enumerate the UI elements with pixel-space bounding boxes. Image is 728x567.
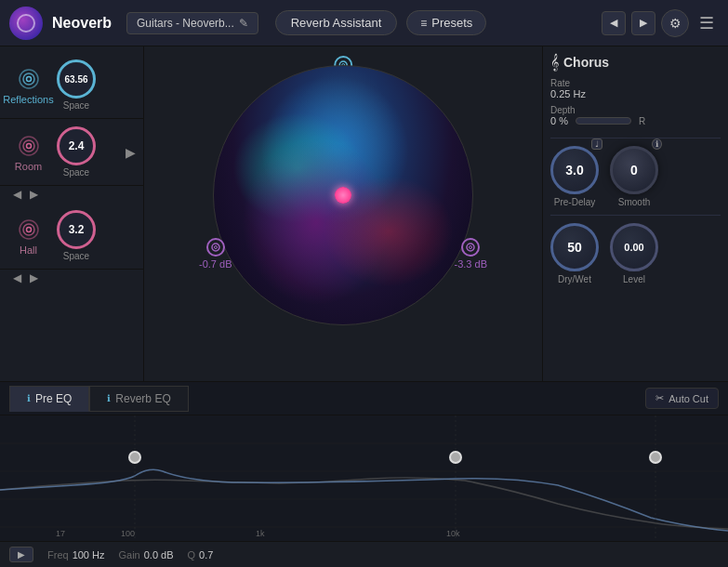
pre-delay-smooth-section: ♩ 3.0 Pre-Delay ℹ 0 Smooth (550, 146, 721, 207)
dry-wet-knob-item: 50 Dry/Wet (550, 223, 599, 284)
eq-graph[interactable]: 17 100 1k 10k (0, 415, 728, 541)
right-handle-icon (461, 238, 480, 257)
smooth-knob-wrapper: ℹ 0 (610, 146, 658, 194)
right-panel: 𝄞 Chorus Rate 0.25 Hz Depth 0 % R ♩ (542, 46, 728, 381)
reflections-row: Reflections 63.56 Space (0, 52, 143, 119)
reflections-label: Reflections (3, 94, 53, 105)
divider1 (550, 138, 721, 138)
presets-button[interactable]: ≡ Presets (406, 10, 486, 35)
left-panel: Reflections 63.56 Space Room (0, 46, 144, 381)
q-param: Q 0.7 (188, 549, 214, 560)
hall-next-icon[interactable]: ▶ (30, 271, 38, 284)
sphere-handle-left[interactable]: -0.7 dB (199, 238, 232, 270)
room-label: Room (15, 161, 42, 172)
rate-param: Rate 0.25 Hz (550, 78, 721, 99)
room-prev-icon[interactable]: ◀ (13, 188, 21, 201)
settings-button[interactable]: ⚙ (661, 9, 689, 37)
eq-handle-low[interactable] (128, 451, 141, 464)
depth-slider[interactable] (576, 117, 631, 125)
header-right: ◀ ▶ ⚙ ☰ (602, 9, 719, 37)
room-knob[interactable]: 2.4 (57, 126, 96, 165)
center-panel: -12.9 dB -0.7 dB (144, 46, 542, 381)
room-next-icon[interactable]: ▶ (30, 188, 38, 201)
level-knob-item: 0.00 Level (610, 223, 658, 284)
rate-label: Rate (550, 78, 721, 88)
svg-point-1 (23, 73, 34, 85)
reverb-assistant-button[interactable]: Reverb Assistant (275, 10, 398, 35)
play-icon: ▶ (18, 549, 25, 560)
app-logo (9, 7, 43, 40)
level-knob[interactable]: 0.00 (610, 223, 658, 271)
reflections-icon (14, 66, 44, 92)
svg-point-7 (23, 224, 34, 235)
preset-selector[interactable]: Guitars - Neoverb... ✎ (126, 12, 258, 34)
reflections-knob[interactable]: 63.56 (57, 59, 96, 99)
menu-button[interactable]: ☰ (695, 11, 719, 35)
divider2 (550, 215, 721, 216)
svg-point-3 (20, 137, 38, 155)
pre-delay-label: Pre-Delay (554, 197, 595, 207)
room-space-label: Space (63, 167, 89, 178)
svg-point-13 (467, 244, 474, 251)
room-nav: ◀ ▶ (0, 186, 143, 203)
dry-wet-label: Dry/Wet (558, 274, 591, 284)
dry-wet-knob[interactable]: 50 (550, 223, 599, 271)
eq-play-button[interactable]: ▶ (9, 547, 33, 562)
gain-param: Gain 0.0 dB (118, 549, 173, 560)
room-expand-icon[interactable]: ▶ (126, 145, 136, 160)
eq-tabs: ℹ Pre EQ ℹ Reverb EQ ✂ Auto Cut (0, 382, 728, 415)
room-knob-wrap: 2.4 Space (57, 126, 96, 178)
svg-text:100: 100 (121, 529, 135, 538)
svg-text:10k: 10k (446, 529, 460, 538)
left-handle-icon (206, 238, 225, 257)
tab-pre-eq[interactable]: ℹ Pre EQ (9, 386, 89, 412)
sphere-handle-right[interactable]: -3.3 dB (455, 238, 487, 270)
svg-point-0 (20, 70, 38, 88)
hall-label: Hall (20, 244, 37, 256)
app-name: Neoverb (52, 15, 112, 32)
reverb-eq-info-icon: ℹ (107, 393, 111, 403)
eq-handle-high[interactable] (649, 451, 662, 464)
svg-text:17: 17 (56, 529, 65, 538)
smooth-knob-item: ℹ 0 Smooth (610, 146, 658, 207)
hall-row: Hall 3.2 Space (0, 203, 143, 270)
room-icon (14, 133, 44, 159)
smooth-label: Smooth (618, 197, 650, 207)
svg-point-14 (470, 246, 472, 249)
svg-point-2 (26, 76, 31, 81)
pencil-icon: ✎ (239, 17, 248, 30)
hall-prev-icon[interactable]: ◀ (13, 271, 21, 284)
auto-cut-button[interactable]: ✂ Auto Cut (645, 388, 719, 409)
svg-point-11 (212, 244, 219, 251)
chorus-header: 𝄞 Chorus (550, 54, 721, 71)
header: Neoverb Guitars - Neoverb... ✎ Reverb As… (0, 0, 728, 46)
chorus-icon: 𝄞 (550, 54, 559, 71)
main-area: Reflections 63.56 Space Room (0, 46, 728, 381)
right-arrow-icon: ▶ (640, 17, 647, 29)
depth-value: 0 % (550, 115, 568, 126)
next-button[interactable]: ▶ (631, 11, 655, 35)
presets-icon: ≡ (420, 17, 427, 30)
logo-inner (17, 14, 35, 33)
tab-reverb-eq[interactable]: ℹ Reverb EQ (89, 386, 188, 412)
pre-delay-knob[interactable]: 3.0 (550, 146, 599, 194)
reverb-sphere[interactable] (213, 65, 473, 325)
freq-value: 100 Hz (73, 549, 105, 560)
freq-label: Freq (47, 549, 69, 560)
center-dot (335, 187, 351, 204)
depth-label: Depth (550, 105, 721, 115)
menu-icon: ☰ (699, 13, 714, 33)
hall-knob[interactable]: 3.2 (57, 210, 96, 249)
prev-button[interactable]: ◀ (602, 11, 626, 35)
eq-handle-mid[interactable] (449, 451, 462, 464)
level-label: Level (623, 274, 645, 284)
smooth-knob[interactable]: 0 (610, 146, 658, 194)
svg-point-8 (26, 227, 31, 231)
svg-point-6 (20, 220, 38, 239)
right-handle-db: -3.3 dB (455, 258, 487, 270)
eq-bottom-bar: ▶ Freq 100 Hz Gain 0.0 dB Q 0.7 (0, 541, 728, 567)
chorus-section: 𝄞 Chorus Rate 0.25 Hz Depth 0 % R (550, 54, 721, 126)
depth-r-label: R (639, 116, 645, 126)
freq-param: Freq 100 Hz (47, 549, 104, 560)
gain-label: Gain (118, 549, 139, 560)
